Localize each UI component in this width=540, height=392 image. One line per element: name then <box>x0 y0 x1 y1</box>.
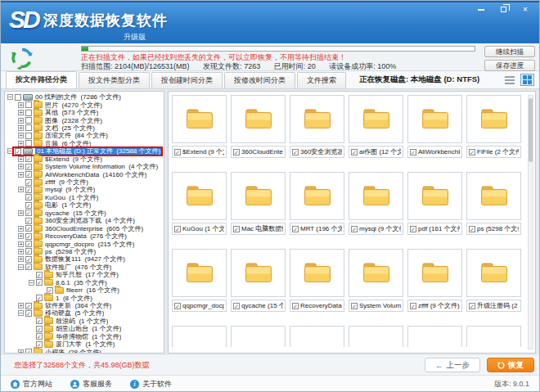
collapse-icon[interactable]: − <box>29 280 34 286</box>
list-view-icon[interactable] <box>502 74 516 86</box>
expand-icon[interactable]: + <box>18 210 24 216</box>
collapse-icon[interactable]: − <box>18 310 24 316</box>
customer-service-link[interactable]: 客服服务 <box>70 379 112 390</box>
tab-by-create-time[interactable]: 按创建时间分类 <box>151 72 223 88</box>
folder-card-checkbox[interactable]: ✓ <box>469 303 475 309</box>
tree-item-checkbox[interactable] <box>25 140 32 146</box>
tree-item-checkbox[interactable] <box>15 94 21 101</box>
about-link[interactable]: i 关于软件 <box>130 379 172 390</box>
expand-icon[interactable]: + <box>18 133 24 138</box>
folder-card[interactable]: ✓System Volume In... <box>349 249 403 312</box>
tree-item-checkbox[interactable]: ✓ <box>25 310 32 317</box>
folder-card-checkbox[interactable]: ✓ <box>351 226 358 232</box>
minimize-icon[interactable] <box>475 5 487 15</box>
folder-card[interactable] <box>172 326 227 347</box>
tree-item-checkbox[interactable]: ✓ <box>36 272 43 278</box>
restore-icon[interactable] <box>497 5 509 15</box>
tree-item-checkbox[interactable] <box>25 101 32 108</box>
save-progress-button[interactable]: 保存进度 <box>484 60 535 71</box>
tree-item-checkbox[interactable]: ✓ <box>25 187 32 193</box>
expand-icon[interactable]: + <box>18 256 24 262</box>
folder-card[interactable]: ✓升级注册码 (2 ... <box>466 249 521 312</box>
collapse-icon[interactable]: − <box>7 148 13 154</box>
collapse-icon[interactable]: − <box>18 264 24 270</box>
folder-card[interactable]: ✓Mac 电脑数据恢... <box>231 172 286 235</box>
tree-item-checkbox[interactable]: ✓ <box>25 225 32 232</box>
folder-card-checkbox[interactable]: ✓ <box>233 226 240 232</box>
tab-by-modify-time[interactable]: 按修改时间分类 <box>224 72 295 88</box>
tab-by-type[interactable]: 按文件类型分类 <box>79 72 150 88</box>
tree-item-checkbox[interactable]: ✓ <box>25 256 32 263</box>
folder-card[interactable]: ✓qqpcmgr_docpro ... <box>172 249 227 312</box>
tree-item-checkbox[interactable]: ✓ <box>25 179 32 186</box>
tree-item-checkbox[interactable]: ✓ <box>36 326 43 332</box>
tree-item-checkbox[interactable]: ✓ <box>25 202 32 209</box>
tree-item-checkbox[interactable] <box>25 110 32 116</box>
official-site-link[interactable]: 官方网站 <box>11 379 52 390</box>
expand-icon[interactable]: + <box>18 241 24 247</box>
expand-icon[interactable]: + <box>18 102 24 108</box>
folder-card-checkbox[interactable]: ✓ <box>292 149 299 155</box>
grid-scrollbar[interactable] <box>528 95 533 349</box>
folder-card-checkbox[interactable]: ✓ <box>292 226 299 232</box>
folder-card[interactable]: ✓pdf (161 个文件) <box>407 172 462 235</box>
tree-item-checkbox[interactable]: ✓ <box>36 333 43 340</box>
folder-card[interactable]: ✓ai作图 (12 个文件) <box>349 95 403 158</box>
tree-item[interactable]: −✓01 本地磁盘 (D:) 正常文件 (32588 个文件) <box>5 147 164 155</box>
folder-card-checkbox[interactable]: ✓ <box>174 226 181 232</box>
grid-scrollbar-thumb[interactable] <box>529 98 533 162</box>
tree-item-checkbox[interactable]: ✓ <box>25 264 32 270</box>
expand-icon[interactable]: + <box>18 125 24 131</box>
folder-card-checkbox[interactable]: ✓ <box>351 149 358 155</box>
tree-item-checkbox[interactable]: ✓ <box>25 248 32 255</box>
expand-icon[interactable]: + <box>18 156 24 162</box>
folder-card[interactable] <box>290 326 344 347</box>
tree-item-checkbox[interactable]: ✓ <box>25 155 32 162</box>
tree-item-checkbox[interactable]: ✓ <box>36 279 43 286</box>
tree-item-checkbox[interactable] <box>25 124 32 131</box>
folder-card[interactable]: ✓FlFile (2 个文件) <box>466 95 521 158</box>
folder-card-checkbox[interactable]: ✓ <box>469 149 475 155</box>
grid-view-icon[interactable] <box>520 74 534 86</box>
folder-card[interactable]: ✓$Extend (9 个文... <box>172 95 227 158</box>
expand-icon[interactable]: + <box>18 349 24 354</box>
tree-item-checkbox[interactable] <box>25 133 32 139</box>
folder-card[interactable]: ✓RecoveryData (2... <box>290 249 344 312</box>
folder-card-checkbox[interactable]: ✓ <box>351 303 358 309</box>
folder-card-checkbox[interactable]: ✓ <box>233 303 240 309</box>
tree-item-checkbox[interactable]: ✓ <box>25 241 32 247</box>
folder-card[interactable]: ✓zffff (9 个文件) <box>407 249 462 312</box>
tree-item-checkbox[interactable]: ✓ <box>25 194 32 201</box>
folder-card[interactable]: ✓mysql (9 个文件) <box>349 172 403 235</box>
folder-card[interactable]: ✓AliWorkbenchDat... <box>407 95 462 158</box>
tab-file-search[interactable]: 文件搜索 <box>297 72 346 88</box>
expand-icon[interactable]: + <box>18 164 24 169</box>
folder-card-checkbox[interactable]: ✓ <box>410 149 416 155</box>
expand-icon[interactable]: + <box>18 226 24 232</box>
expand-icon[interactable]: + <box>18 233 24 239</box>
tree-item-checkbox[interactable]: ✓ <box>36 295 43 301</box>
tree-item-checkbox[interactable]: ✓ <box>36 318 43 324</box>
back-button[interactable]: ← 上一步 <box>425 358 480 372</box>
expand-icon[interactable]: + <box>18 141 24 146</box>
folder-card[interactable] <box>407 326 462 347</box>
tree-item-checkbox[interactable]: ✓ <box>25 171 32 178</box>
tree-item-checkbox[interactable]: ✓ <box>25 218 32 224</box>
expand-icon[interactable]: + <box>18 303 24 309</box>
close-icon[interactable]: × <box>520 5 531 15</box>
folder-card[interactable] <box>349 326 403 347</box>
expand-icon[interactable]: + <box>18 110 24 115</box>
folder-card[interactable]: ✓MRT (196 个文件) <box>290 172 344 235</box>
tree-item-checkbox[interactable]: ✓ <box>25 349 32 354</box>
expand-icon[interactable]: + <box>18 187 24 192</box>
folder-card-checkbox[interactable]: ✓ <box>174 303 181 309</box>
tree-item[interactable]: +✓小程序 (28 个文件) <box>5 348 164 354</box>
continue-scan-button[interactable]: 继续扫描 <box>484 46 535 57</box>
folder-card[interactable]: ✓360安全浏览器... <box>290 95 344 158</box>
expand-icon[interactable]: + <box>18 172 24 178</box>
folder-card-checkbox[interactable]: ✓ <box>233 149 240 155</box>
tree-item-checkbox[interactable] <box>25 117 32 124</box>
folder-card[interactable]: ✓360CloudEnterpri... <box>231 95 286 158</box>
folder-card[interactable]: ✓ps (5298 个文件) <box>466 172 521 235</box>
folder-card-checkbox[interactable]: ✓ <box>174 149 181 155</box>
